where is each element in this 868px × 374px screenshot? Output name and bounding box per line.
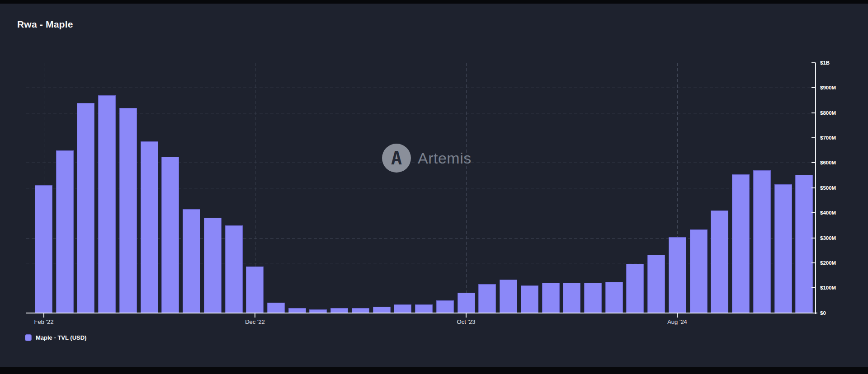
y-axis-tick (811, 238, 816, 238)
y-axis-tick (811, 287, 816, 288)
bar-nov-22[interactable] (225, 225, 243, 313)
bar-feb-22[interactable] (35, 185, 52, 313)
bar-jan-23[interactable] (267, 303, 285, 313)
bar-chart-plot-area: Feb '22Dec '22Oct '23Aug '24$0$100M$200M… (0, 0, 868, 374)
chart-legend: Maple - TVL (USD) (25, 334, 86, 341)
bar-jan-24[interactable] (521, 285, 538, 313)
bar-dec-23[interactable] (500, 280, 517, 313)
bar-may-24[interactable] (605, 282, 623, 313)
y-axis-label: $100M (820, 285, 836, 290)
artemis-logo-icon: A (382, 144, 411, 173)
bar-mar-22[interactable] (56, 150, 74, 313)
y-axis-tick (811, 212, 816, 213)
y-axis-tick (811, 137, 816, 138)
bar-aug-22[interactable] (161, 157, 179, 313)
y-axis-label: $200M (820, 260, 836, 266)
bar-mar-24[interactable] (563, 283, 580, 313)
x-axis-label: Oct '23 (457, 318, 476, 325)
bar-jun-24[interactable] (626, 264, 644, 313)
x-axis-label: Dec '22 (245, 318, 265, 325)
gridline-horizontal (26, 88, 815, 88)
gridline-horizontal (26, 63, 815, 63)
y-axis-label: $1B (820, 60, 830, 65)
y-axis-label: $700M (820, 135, 836, 140)
x-axis-tick (677, 313, 678, 318)
bar-aug-24[interactable] (669, 237, 686, 313)
gridline-vertical (466, 63, 467, 313)
bar-oct-23[interactable] (458, 293, 475, 313)
bar-apr-24[interactable] (584, 283, 602, 313)
y-axis-tick (811, 87, 816, 88)
bar-jul-23[interactable] (394, 304, 411, 313)
y-axis-label: $500M (820, 185, 836, 191)
bar-dec-24[interactable] (753, 170, 771, 313)
artemis-watermark-text: Artemis (418, 150, 472, 167)
bar-jan-25[interactable] (774, 184, 792, 313)
legend-label-maple-tvl[interactable]: Maple - TVL (USD) (36, 334, 86, 341)
y-axis-tick (811, 162, 816, 163)
bar-may-22[interactable] (98, 95, 116, 313)
artemis-logo-letter: A (391, 148, 402, 168)
bar-jun-23[interactable] (373, 307, 391, 313)
y-axis-label: $400M (820, 210, 836, 215)
gridline-horizontal (26, 113, 815, 113)
gridline-horizontal (26, 138, 815, 138)
bar-jul-24[interactable] (647, 255, 665, 313)
bar-sep-24[interactable] (690, 229, 708, 313)
bar-apr-22[interactable] (77, 103, 94, 313)
bar-jun-22[interactable] (119, 108, 137, 313)
x-axis-tick (466, 313, 467, 318)
bar-feb-24[interactable] (542, 283, 560, 313)
artemis-watermark: A Artemis (382, 144, 472, 173)
bar-dec-22[interactable] (246, 266, 264, 313)
x-axis-label: Feb '22 (34, 318, 54, 325)
y-axis-label: $300M (820, 235, 836, 241)
bar-nov-23[interactable] (478, 284, 496, 313)
bar-jul-22[interactable] (141, 141, 158, 313)
y-axis-label: $600M (820, 160, 836, 165)
x-axis-tick (255, 313, 255, 318)
x-axis-tick (43, 313, 44, 318)
y-axis-tick (811, 313, 816, 313)
y-axis-label: $0 (820, 310, 826, 316)
y-axis-tick (811, 187, 816, 188)
y-axis-label: $800M (820, 110, 836, 116)
y-axis-tick (811, 262, 816, 263)
bar-nov-24[interactable] (732, 174, 750, 313)
bar-feb-25[interactable] (795, 175, 813, 313)
bar-oct-24[interactable] (711, 210, 728, 313)
bar-oct-22[interactable] (204, 218, 222, 313)
y-axis-tick (811, 112, 816, 113)
y-axis-label: $900M (820, 85, 836, 90)
bar-aug-23[interactable] (415, 304, 433, 313)
bar-sep-22[interactable] (183, 209, 200, 313)
bar-sep-23[interactable] (436, 300, 454, 313)
x-axis-label: Aug '24 (667, 318, 687, 325)
y-axis-tick (811, 62, 816, 63)
legend-swatch-maple-tvl[interactable] (25, 334, 32, 341)
x-axis-line (26, 313, 817, 313)
